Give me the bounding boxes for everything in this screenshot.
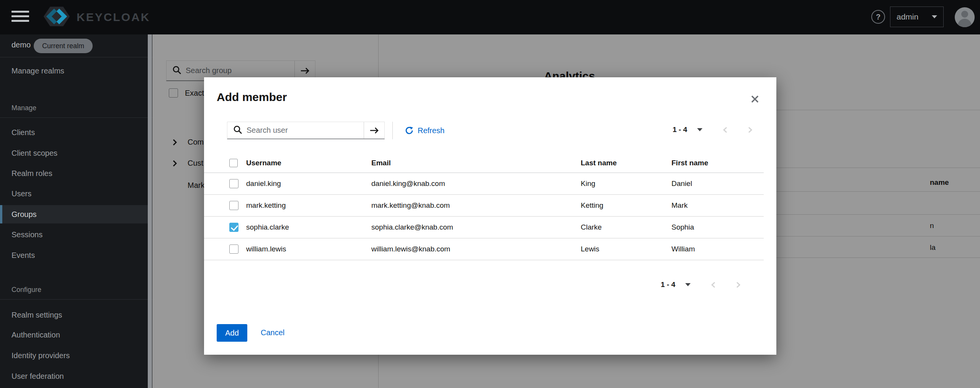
hamburger-menu-icon[interactable]: [11, 11, 29, 24]
sidebar-scrollbar[interactable]: [148, 34, 152, 388]
user-menu-label: admin: [897, 12, 918, 21]
table-row: daniel.king daniel.king@knab.com King Da…: [204, 173, 764, 195]
user-search: [227, 122, 385, 139]
select-all-checkbox[interactable]: [229, 159, 238, 167]
cell-last-name: Ketting: [581, 201, 671, 210]
cell-last-name: Clarke: [581, 223, 671, 231]
divider: [0, 117, 152, 118]
realm-selector[interactable]: demo Current realm: [0, 34, 152, 57]
search-icon: [234, 126, 242, 135]
cell-last-name: King: [581, 179, 671, 188]
cell-email: mark.ketting@knab.com: [371, 201, 581, 210]
close-icon[interactable]: [749, 93, 761, 105]
pagination-next-icon[interactable]: [748, 126, 753, 134]
cell-first-name: Mark: [671, 201, 764, 210]
row-checkbox[interactable]: [229, 201, 238, 210]
pagination-range[interactable]: 1 - 4: [661, 280, 675, 289]
user-menu-dropdown[interactable]: admin: [890, 7, 944, 27]
cell-email: william.lewis@knab.com: [371, 245, 581, 253]
sidebar-item-identity-providers[interactable]: Identity providers: [0, 346, 149, 365]
sidebar-item-realm-settings[interactable]: Realm settings: [0, 306, 149, 324]
col-username: Username: [246, 159, 371, 167]
sidebar-item-users[interactable]: Users: [0, 184, 149, 203]
divider: [392, 122, 393, 139]
keycloak-logo[interactable]: KEYCLOAK: [38, 4, 150, 31]
app-header: KEYCLOAK ? admin: [0, 0, 980, 34]
row-checkbox[interactable]: [229, 179, 238, 188]
user-table-header: Username Email Last name First name: [204, 153, 764, 173]
sidebar-item-clients[interactable]: Clients: [0, 123, 149, 142]
nav-section-configure: Configure: [11, 286, 41, 294]
help-icon[interactable]: ?: [871, 10, 885, 24]
sidebar-item-authentication[interactable]: Authentication: [0, 326, 149, 344]
cell-first-name: William: [671, 245, 764, 253]
add-member-modal: Add member Refresh 1 - 4: [204, 77, 776, 355]
realm-name: demo: [11, 41, 31, 49]
cancel-button[interactable]: Cancel: [261, 328, 284, 337]
sidebar-item-user-federation[interactable]: User federation: [0, 367, 149, 385]
user-search-input[interactable]: [247, 126, 364, 135]
col-email: Email: [371, 159, 581, 167]
modal-title: Add member: [217, 91, 287, 104]
table-row: mark.ketting mark.ketting@knab.com Ketti…: [204, 195, 764, 217]
user-table: Username Email Last name First name dani…: [204, 153, 764, 260]
sidebar-item-events[interactable]: Events: [0, 246, 149, 264]
pagination-next-icon[interactable]: [736, 281, 741, 289]
sidebar-item-client-scopes[interactable]: Client scopes: [0, 144, 149, 162]
col-first-name: First name: [671, 159, 764, 167]
cell-username: daniel.king: [246, 179, 371, 188]
cell-email: daniel.king@knab.com: [371, 179, 581, 188]
divider: [0, 299, 152, 300]
brand-text: KEYCLOAK: [77, 11, 150, 24]
pagination-prev-icon[interactable]: [710, 281, 716, 289]
keycloak-logo-icon: [38, 3, 75, 31]
cell-first-name: Sophia: [671, 223, 764, 231]
search-submit-arrow-icon[interactable]: [364, 122, 384, 139]
pagination-range[interactable]: 1 - 4: [673, 126, 687, 134]
refresh-button[interactable]: Refresh: [405, 122, 444, 139]
row-checkbox-checked[interactable]: [229, 223, 238, 232]
col-last-name: Last name: [581, 159, 671, 167]
sidebar-item-sessions[interactable]: Sessions: [0, 225, 149, 244]
refresh-icon: [405, 126, 414, 135]
sidebar-item-manage-realms[interactable]: Manage realms: [11, 67, 64, 75]
pagination-prev-icon[interactable]: [722, 126, 728, 134]
nav-section-manage: Manage: [11, 104, 36, 112]
cell-email: sophia.clarke@knab.com: [371, 223, 581, 231]
cell-last-name: Lewis: [581, 245, 671, 253]
cell-username: william.lewis: [246, 245, 371, 253]
modal-pagination-bottom: 1 - 4: [661, 280, 741, 289]
cell-username: mark.ketting: [246, 201, 371, 210]
sidebar: demo Current realm Manage realms Manage …: [0, 34, 152, 388]
chevron-down-icon: [932, 15, 937, 18]
table-row: sophia.clarke sophia.clarke@knab.com Cla…: [204, 217, 764, 238]
keycloak-admin-console: KEYCLOAK ? admin demo Current realm Mana…: [0, 0, 980, 388]
table-row: william.lewis william.lewis@knab.com Lew…: [204, 238, 764, 260]
sidebar-item-realm-roles[interactable]: Realm roles: [0, 164, 149, 183]
modal-pagination-top: 1 - 4: [673, 126, 753, 134]
sidebar-item-groups[interactable]: Groups: [0, 205, 149, 223]
current-realm-badge: Current realm: [34, 39, 93, 53]
cell-first-name: Daniel: [671, 179, 764, 188]
add-button[interactable]: Add: [217, 324, 247, 342]
pagination-caret-icon[interactable]: [685, 283, 691, 286]
avatar[interactable]: [955, 7, 975, 27]
pagination-caret-icon[interactable]: [697, 128, 702, 131]
row-checkbox[interactable]: [229, 245, 238, 254]
cell-username: sophia.clarke: [246, 223, 371, 231]
